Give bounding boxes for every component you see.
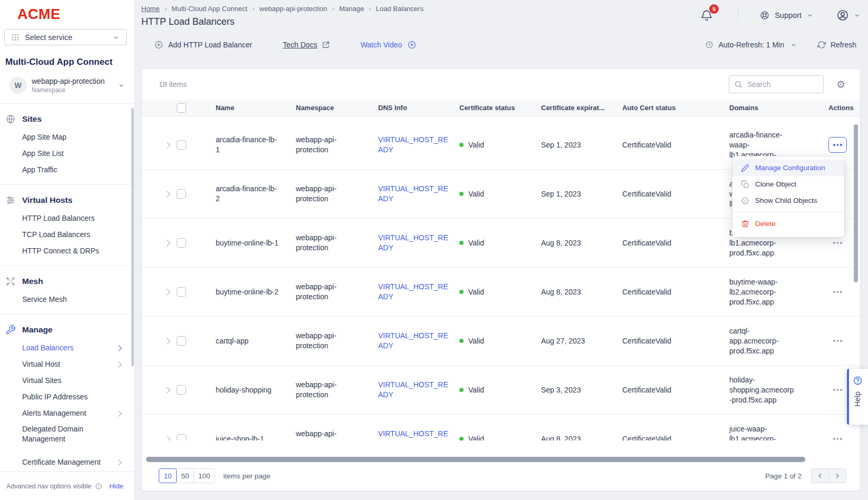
sidebar-item-virtual-host[interactable]: Virtual Host bbox=[0, 356, 134, 372]
breadcrumb-item-multi-cloud-app-connect[interactable]: Multi-Cloud App Connect bbox=[171, 5, 247, 13]
row-checkbox[interactable] bbox=[177, 189, 186, 199]
service-picker[interactable]: Select service bbox=[4, 29, 127, 45]
service-picker-label: Select service bbox=[25, 33, 72, 42]
menu-item-show-child-objects[interactable]: Show Child Objects bbox=[732, 192, 844, 209]
row-actions-button[interactable] bbox=[828, 431, 847, 440]
row-actions-button[interactable] bbox=[828, 235, 847, 251]
sidebar-item-alerts-management[interactable]: Alerts Management bbox=[0, 405, 134, 421]
sidebar-item-public-ip-addresses[interactable]: Public IP Addresses bbox=[0, 389, 134, 405]
column-header-auto-cert-status[interactable]: Auto Cert status bbox=[622, 104, 729, 112]
breadcrumb-item-webapp-api-protection[interactable]: webapp-api-protection bbox=[259, 5, 327, 13]
items-per-page-label: items per page bbox=[224, 472, 271, 480]
sidebar-item-service-mesh[interactable]: Service Mesh bbox=[0, 291, 134, 308]
search-icon bbox=[734, 80, 742, 89]
sidebar-item-app-traffic[interactable]: App Traffic bbox=[0, 162, 134, 178]
table-row-juice-shop-lb-1[interactable]: juice-shop-lb-1 webapp-api-protection VI… bbox=[142, 415, 860, 440]
menu-item-clone-object[interactable]: Clone Object bbox=[732, 176, 844, 192]
watch-video-link[interactable]: Watch Video bbox=[361, 40, 417, 50]
page-size-100[interactable]: 100 bbox=[194, 468, 215, 483]
cell-certificate-expiration: Sep 1, 2023 bbox=[541, 189, 622, 199]
account-menu[interactable] bbox=[836, 8, 861, 22]
column-header-certificate-expirat[interactable]: Certificate expirat... bbox=[541, 104, 622, 112]
sidebar-scrollbar[interactable] bbox=[131, 108, 134, 366]
table-row-holiday-shopping[interactable]: holiday-shopping webapp-api-protection V… bbox=[142, 366, 860, 415]
external-link-icon bbox=[322, 41, 330, 49]
sidebar-item-tcp-load-balancers[interactable]: TCP Load Balancers bbox=[0, 227, 134, 243]
cell-dns-info[interactable]: VIRTUAL_HOST_READY bbox=[378, 429, 451, 440]
column-header-dns-info[interactable]: DNS Info bbox=[378, 104, 459, 112]
breadcrumb-item-home[interactable]: Home bbox=[141, 5, 160, 13]
row-checkbox[interactable] bbox=[177, 434, 186, 440]
hide-nav-link[interactable]: Hide bbox=[109, 482, 123, 490]
expand-row-icon[interactable] bbox=[163, 142, 170, 149]
column-header-domains[interactable]: Domains bbox=[729, 104, 828, 112]
notifications-button[interactable]: 5 bbox=[700, 8, 713, 22]
cell-certificate-expiration: Aug 8, 2023 bbox=[541, 434, 622, 441]
cell-dns-info[interactable]: VIRTUAL_HOST_READY bbox=[378, 135, 451, 155]
row-actions-button[interactable] bbox=[828, 137, 847, 153]
row-checkbox[interactable] bbox=[177, 287, 186, 297]
vertical-scrollbar[interactable] bbox=[854, 124, 858, 282]
refresh-button[interactable]: Refresh bbox=[817, 41, 856, 49]
sidebar-item-http-connect-drps[interactable]: HTTP Connect & DRPs bbox=[0, 243, 134, 259]
cell-certificate-expiration: Aug 8, 2023 bbox=[541, 287, 622, 297]
auto-refresh-dropdown[interactable]: Auto-Refresh: 1 Min bbox=[705, 41, 797, 49]
page-size-10[interactable]: 10 bbox=[159, 468, 177, 483]
expand-row-icon[interactable] bbox=[163, 436, 170, 440]
menu-item-delete[interactable]: Delete bbox=[732, 215, 844, 232]
cell-dns-info[interactable]: VIRTUAL_HOST_READY bbox=[378, 380, 451, 400]
support-menu[interactable]: Support bbox=[759, 10, 814, 21]
row-actions-button[interactable] bbox=[828, 284, 847, 300]
chevron-down-icon bbox=[853, 12, 861, 19]
row-actions-button[interactable] bbox=[828, 382, 847, 398]
horizontal-scrollbar[interactable] bbox=[146, 457, 805, 462]
namespace-picker[interactable]: W webapp-api-protection Namespace bbox=[4, 74, 130, 97]
breadcrumb-item-manage[interactable]: Manage bbox=[339, 5, 364, 13]
expand-row-icon[interactable] bbox=[163, 387, 170, 394]
sidebar-item-app-site-map[interactable]: App Site Map bbox=[0, 129, 134, 145]
row-checkbox[interactable] bbox=[177, 238, 186, 248]
row-checkbox[interactable] bbox=[177, 385, 186, 395]
cell-dns-info[interactable]: VIRTUAL_HOST_READY bbox=[378, 282, 451, 302]
add-load-balancer-button[interactable]: Add HTTP Load Balancer bbox=[154, 40, 252, 50]
row-actions-button[interactable] bbox=[828, 333, 847, 349]
page-size-50[interactable]: 50 bbox=[176, 468, 194, 483]
brand-logo[interactable]: ACME bbox=[0, 0, 134, 23]
cell-certificate-status: Valid bbox=[459, 140, 541, 150]
status-dot bbox=[459, 339, 464, 343]
table-row-buytime-online-lb-2[interactable]: buytime-online-lb-2 webapp-api-protectio… bbox=[142, 268, 860, 317]
search-input[interactable] bbox=[729, 75, 824, 93]
column-header-certificate-status[interactable]: Certificate status bbox=[459, 104, 541, 112]
row-checkbox[interactable] bbox=[177, 140, 186, 150]
sidebar-item-delegated-domain-management[interactable]: Delegated Domain Management bbox=[0, 421, 134, 447]
expand-row-icon[interactable] bbox=[163, 338, 170, 345]
sidebar-item-http-load-balancers[interactable]: HTTP Load Balancers bbox=[0, 210, 134, 227]
expand-row-icon[interactable] bbox=[163, 289, 170, 296]
row-checkbox[interactable] bbox=[177, 336, 186, 346]
help-tab[interactable]: Help bbox=[847, 369, 868, 425]
expand-row-icon[interactable] bbox=[163, 191, 170, 198]
breadcrumb-item-load-balancers[interactable]: Load Balancers bbox=[376, 5, 423, 13]
menu-item-manage-configuration[interactable]: Manage Configuration bbox=[732, 160, 844, 176]
cell-dns-info[interactable]: VIRTUAL_HOST_READY bbox=[378, 184, 451, 204]
column-header-namespace[interactable]: Namespace bbox=[296, 104, 378, 112]
previous-page-button[interactable] bbox=[811, 468, 829, 483]
cell-dns-info[interactable]: VIRTUAL_HOST_READY bbox=[378, 331, 451, 351]
tech-docs-link[interactable]: Tech Docs bbox=[283, 41, 330, 49]
gear-icon[interactable]: ⚙ bbox=[836, 80, 845, 90]
items-count: 18 items bbox=[159, 80, 187, 89]
cell-name: juice-shop-lb-1 bbox=[216, 434, 280, 441]
select-all-checkbox[interactable] bbox=[177, 103, 186, 113]
sidebar-section-title: Mesh bbox=[22, 277, 43, 286]
column-header-actions[interactable]: Actions bbox=[828, 104, 860, 112]
sidebar-item-load-balancers[interactable]: Load Balancers bbox=[0, 340, 134, 356]
table-row-cartql-app[interactable]: cartql-app webapp-api-protection VIRTUAL… bbox=[142, 317, 860, 366]
sidebar-item-certificate-management[interactable]: Certificate Management bbox=[0, 454, 134, 470]
cell-dns-info[interactable]: VIRTUAL_HOST_READY bbox=[378, 233, 451, 253]
sidebar-item-app-site-list[interactable]: App Site List bbox=[0, 145, 134, 162]
cell-certificate-expiration: Sep 3, 2023 bbox=[541, 385, 622, 395]
column-header-name[interactable]: Name bbox=[216, 104, 296, 112]
next-page-button[interactable] bbox=[828, 468, 846, 483]
expand-row-icon[interactable] bbox=[163, 240, 170, 247]
sidebar-item-virtual-sites[interactable]: Virtual Sites bbox=[0, 372, 134, 389]
